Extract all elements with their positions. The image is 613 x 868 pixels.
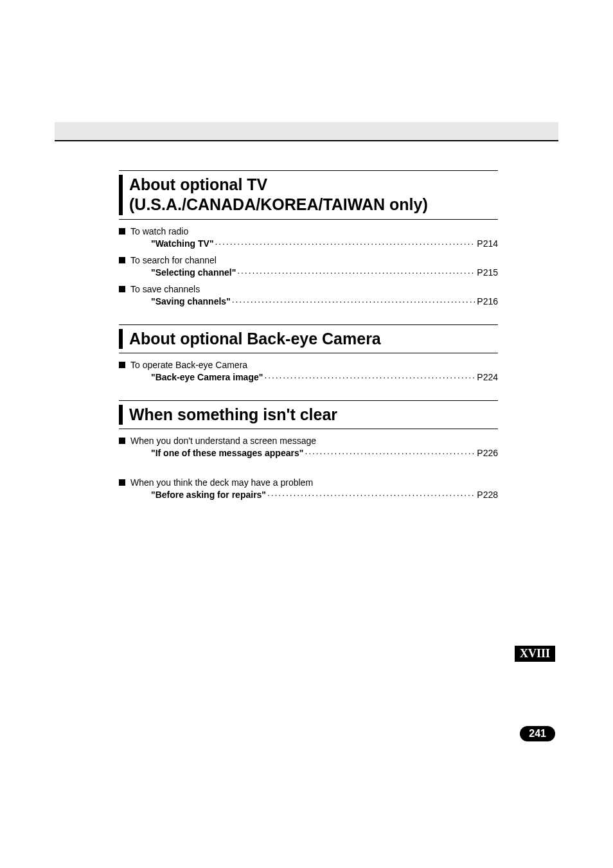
section-title: About optional TV (U.S.A./CANADA/KOREA/T… [129, 175, 498, 215]
bullet-square-icon [119, 286, 125, 292]
page-ref: P214 [477, 238, 498, 249]
page-ref: P224 [477, 372, 498, 382]
toc-link-row[interactable]: "Before asking for repairs" P228 [119, 489, 498, 500]
page-ref: P226 [477, 448, 498, 458]
entry-label: To search for channel [119, 255, 498, 265]
bullet-square-icon [119, 479, 125, 486]
toc-entry: To operate Back-eye Camera "Back-eye Cam… [119, 360, 498, 382]
entry-label-text: To operate Back-eye Camera [130, 360, 247, 370]
toc-entry: When you don't understand a screen messa… [119, 436, 498, 458]
link-title: "Before asking for repairs" [151, 490, 266, 500]
toc-entry: To save channels "Saving channels" P216 [119, 284, 498, 306]
entry-label: When you think the deck may have a probl… [119, 477, 498, 488]
link-title: "Saving channels" [151, 296, 231, 306]
toc-entry: When you think the deck may have a probl… [119, 477, 498, 500]
entry-label: To operate Back-eye Camera [119, 360, 498, 370]
link-title: "Back-eye Camera image" [151, 372, 263, 382]
page-ref: P216 [477, 296, 498, 306]
bullet-square-icon [119, 228, 125, 235]
toc-entry: To watch radio "Watching TV" P214 [119, 226, 498, 249]
content-area: About optional TV (U.S.A./CANADA/KOREA/T… [119, 170, 498, 518]
entry-label-text: When you don't understand a screen messa… [130, 436, 316, 446]
bullet-square-icon [119, 362, 125, 368]
entry-label-text: To watch radio [130, 226, 188, 236]
page-ref: P215 [477, 267, 498, 278]
page: About optional TV (U.S.A./CANADA/KOREA/T… [0, 0, 613, 868]
spacer [119, 465, 498, 474]
leader-dots [232, 296, 476, 305]
leader-dots [305, 447, 475, 456]
link-title: "If one of these messages appears" [151, 448, 303, 458]
leader-dots [264, 371, 475, 380]
page-number-badge: 241 [520, 726, 555, 741]
section-backeye-camera: About optional Back-eye Camera To operat… [119, 324, 498, 382]
leader-dots [215, 238, 476, 247]
header-band [55, 122, 558, 141]
section-heading: About optional Back-eye Camera [119, 324, 498, 353]
toc-link-row[interactable]: "If one of these messages appears" P226 [119, 447, 498, 458]
entry-label-text: To save channels [130, 284, 200, 294]
entry-label-text: When you think the deck may have a probl… [130, 477, 313, 488]
link-title: "Watching TV" [151, 238, 214, 249]
entry-label-text: To search for channel [130, 255, 217, 265]
bullet-square-icon [119, 257, 125, 263]
entry-label: To watch radio [119, 226, 498, 236]
section-optional-tv: About optional TV (U.S.A./CANADA/KOREA/T… [119, 170, 498, 306]
section-heading: About optional TV (U.S.A./CANADA/KOREA/T… [119, 170, 498, 220]
heading-bar [119, 405, 123, 425]
entry-label: To save channels [119, 284, 498, 294]
entry-label: When you don't understand a screen messa… [119, 436, 498, 446]
toc-link-row[interactable]: "Saving channels" P216 [119, 296, 498, 306]
page-ref: P228 [477, 490, 498, 500]
section-heading: When something isn't clear [119, 400, 498, 429]
toc-link-row[interactable]: "Selecting channel" P215 [119, 267, 498, 278]
toc-link-row[interactable]: "Watching TV" P214 [119, 238, 498, 249]
link-title: "Selecting channel" [151, 267, 236, 278]
section-title: About optional Back-eye Camera [129, 329, 381, 349]
bullet-square-icon [119, 438, 125, 444]
section-when-unclear: When something isn't clear When you don'… [119, 400, 498, 500]
toc-entry: To search for channel "Selecting channel… [119, 255, 498, 278]
section-title: When something isn't clear [129, 405, 337, 425]
toc-link-row[interactable]: "Back-eye Camera image" P224 [119, 371, 498, 382]
heading-bar [119, 329, 123, 349]
leader-dots [237, 267, 475, 276]
chapter-tab: XVIII [515, 646, 555, 662]
heading-bar [119, 175, 123, 215]
leader-dots [267, 489, 475, 498]
